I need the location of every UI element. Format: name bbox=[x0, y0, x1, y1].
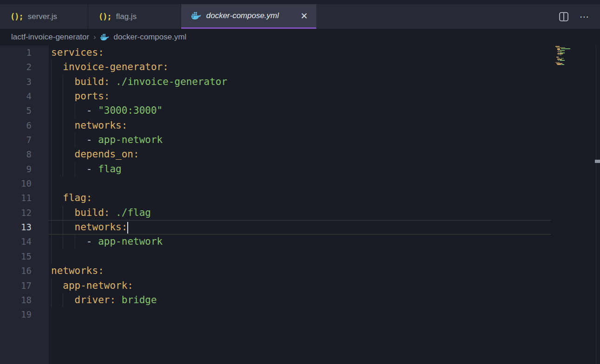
token: app-network bbox=[98, 236, 163, 247]
text-cursor bbox=[127, 222, 128, 234]
breadcrumb: lactf-invoice-generator › docker-compose… bbox=[0, 29, 600, 46]
line-number[interactable]: 19 bbox=[0, 307, 49, 322]
indent-guide bbox=[63, 162, 63, 176]
split-editor-icon[interactable] bbox=[558, 11, 569, 22]
token: build: bbox=[75, 207, 110, 218]
code-line-17[interactable]: app-network: bbox=[49, 279, 600, 293]
code-area[interactable]: services: invoice-generator: build: ./in… bbox=[49, 46, 600, 364]
scrollbar-handle[interactable] bbox=[595, 160, 600, 163]
token bbox=[92, 163, 98, 175]
line-number[interactable]: 8 bbox=[0, 147, 49, 162]
code-line-10[interactable] bbox=[49, 176, 600, 191]
token: networks: bbox=[51, 265, 104, 276]
line-number[interactable]: 15 bbox=[0, 249, 49, 264]
token: networks: bbox=[75, 120, 128, 131]
line-number[interactable]: 4 bbox=[0, 89, 49, 104]
docker-whale-icon bbox=[191, 12, 202, 20]
line-number[interactable]: 17 bbox=[0, 279, 49, 293]
line-number[interactable]: 5 bbox=[0, 104, 49, 118]
token: "3000:3000" bbox=[98, 105, 163, 116]
line-number[interactable]: 3 bbox=[0, 75, 49, 89]
minimap-token bbox=[560, 60, 565, 61]
indent-guide bbox=[51, 118, 52, 133]
line-number[interactable]: 13 bbox=[0, 220, 49, 234]
line-number[interactable]: 11 bbox=[0, 191, 49, 205]
code-line-2[interactable]: invoice-generator: bbox=[49, 60, 600, 74]
code-line-9[interactable]: - flag bbox=[49, 162, 600, 176]
tab-server-js[interactable]: (); server.js bbox=[0, 4, 88, 29]
breadcrumb-file[interactable]: docker-compose.yml bbox=[114, 32, 187, 42]
token bbox=[92, 134, 98, 145]
indent-guide bbox=[51, 279, 52, 293]
indent-guide bbox=[63, 75, 63, 89]
line-number[interactable]: 12 bbox=[0, 206, 49, 220]
code-line-14[interactable]: - app-network bbox=[49, 234, 600, 249]
javascript-file-icon: (); bbox=[98, 12, 111, 21]
token: networks: bbox=[75, 221, 128, 233]
minimap[interactable] bbox=[555, 46, 574, 66]
code-line-5[interactable]: - "3000:3000" bbox=[49, 104, 600, 118]
code-line-13[interactable]: networks: bbox=[49, 220, 551, 234]
code-line-3[interactable]: build: ./invoice-generator bbox=[49, 75, 600, 89]
code-line-6[interactable]: networks: bbox=[49, 118, 600, 133]
minimap-token bbox=[561, 48, 570, 49]
token: driver: bbox=[75, 294, 116, 306]
more-actions-icon[interactable]: ⋯ bbox=[580, 11, 590, 22]
token: - bbox=[86, 163, 92, 175]
code-line-8[interactable]: depends_on: bbox=[49, 147, 600, 162]
line-number[interactable]: 16 bbox=[0, 264, 49, 278]
indent-guide bbox=[51, 191, 52, 205]
line-number[interactable]: 1 bbox=[0, 46, 49, 60]
line-number[interactable]: 10 bbox=[0, 176, 49, 191]
javascript-file-icon: (); bbox=[10, 12, 23, 21]
indent-guide bbox=[51, 89, 52, 104]
indent-guide bbox=[51, 206, 52, 220]
indent-guide bbox=[75, 133, 75, 147]
code-line-12[interactable]: build: ./flag bbox=[49, 206, 600, 220]
indent-guide bbox=[51, 234, 52, 249]
minimap-line bbox=[555, 65, 574, 66]
token: build: bbox=[75, 76, 110, 87]
breadcrumb-folder[interactable]: lactf-invoice-generator bbox=[11, 32, 89, 42]
line-number[interactable]: 6 bbox=[0, 118, 49, 133]
indent-guide bbox=[63, 206, 63, 220]
indent-guide bbox=[51, 176, 52, 191]
code-line-7[interactable]: - app-network bbox=[49, 133, 600, 147]
code-line-18[interactable]: driver: bridge bbox=[49, 293, 600, 307]
code-line-19[interactable] bbox=[49, 307, 600, 322]
line-number[interactable]: 7 bbox=[0, 133, 49, 147]
token: app-network: bbox=[63, 280, 133, 291]
token bbox=[110, 76, 116, 87]
indent-guide bbox=[75, 162, 75, 176]
docker-whale-icon bbox=[100, 34, 110, 41]
tab-flag-js[interactable]: (); flag.js bbox=[88, 4, 181, 29]
editor-pane: 12345678910111213141516171819 services: … bbox=[0, 46, 600, 364]
editor-tab-bar: (); server.js (); flag.js docker-compose… bbox=[0, 0, 600, 29]
line-number[interactable]: 2 bbox=[0, 60, 49, 74]
code-line-16[interactable]: networks: bbox=[49, 264, 600, 278]
line-number[interactable]: 9 bbox=[0, 162, 49, 176]
code-line-11[interactable]: flag: bbox=[49, 191, 600, 205]
line-number[interactable]: 18 bbox=[0, 293, 49, 307]
tab-label: flag.js bbox=[116, 12, 137, 21]
indent-guide bbox=[63, 133, 63, 147]
indent-guide bbox=[51, 249, 52, 264]
token: invoice-generator: bbox=[63, 61, 169, 72]
close-tab-icon[interactable]: ✕ bbox=[299, 11, 310, 21]
token: flag: bbox=[63, 192, 92, 203]
token: flag bbox=[98, 163, 122, 175]
token: - bbox=[86, 236, 92, 247]
indent-guide bbox=[63, 234, 63, 249]
indent-guide bbox=[63, 293, 63, 307]
indent-guide bbox=[75, 234, 75, 249]
code-line-4[interactable]: ports: bbox=[49, 89, 600, 104]
token: - bbox=[86, 105, 92, 116]
tab-docker-compose-yml[interactable]: docker-compose.yml ✕ bbox=[181, 4, 316, 29]
line-number[interactable]: 14 bbox=[0, 234, 49, 249]
indent-guide bbox=[51, 162, 52, 176]
indent-guide bbox=[63, 221, 63, 234]
code-line-15[interactable] bbox=[49, 249, 600, 264]
indent-guide bbox=[51, 133, 52, 147]
line-number-gutter[interactable]: 12345678910111213141516171819 bbox=[0, 46, 49, 364]
code-line-1[interactable]: services: bbox=[49, 46, 600, 60]
